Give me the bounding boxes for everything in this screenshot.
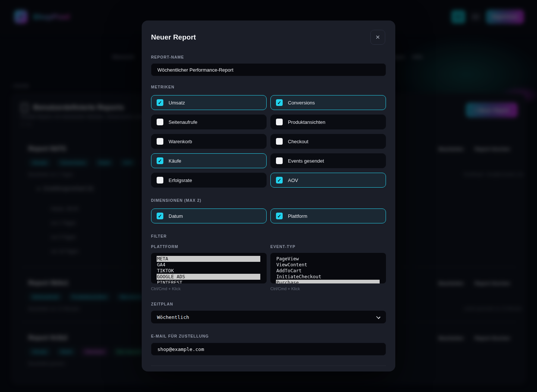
event-type-filter-label: EVENT-TYP bbox=[270, 244, 295, 249]
footer-divider bbox=[151, 366, 386, 366]
new-report-modal: Neuer Report ✕ REPORT-NAME METRIKEN ✓ Um… bbox=[142, 21, 395, 371]
schedule-select[interactable]: Wöchentlich bbox=[151, 311, 386, 323]
modal-title: Neuer Report bbox=[151, 33, 196, 41]
metric-checkbox-events-gesendet[interactable]: Events gesendet bbox=[270, 153, 386, 168]
checkbox-checked-icon: ✓ bbox=[157, 213, 163, 219]
event-type-multiselect[interactable]: PageView ViewContent AddToCart InitiateC… bbox=[270, 253, 386, 283]
chevron-down-icon bbox=[376, 315, 380, 319]
email-label: E-MAIL FÜR ZUSTELLUNG bbox=[151, 334, 209, 338]
dimensions-label: DIMENSIONEN (MAX 2) bbox=[151, 198, 201, 203]
metric-checkbox-warenkorb[interactable]: Warenkorb bbox=[151, 134, 267, 149]
report-name-label: REPORT-NAME bbox=[151, 55, 184, 59]
report-name-input[interactable] bbox=[151, 63, 386, 76]
platform-option-meta[interactable]: META bbox=[157, 256, 260, 262]
metric-checkbox-seitenaufrufe[interactable]: Seitenaufrufe bbox=[151, 115, 267, 129]
event-option-addtocart[interactable]: AddToCart bbox=[276, 268, 380, 274]
event-option-purchase[interactable]: Purchase bbox=[276, 280, 380, 283]
metric-checkbox-umsatz[interactable]: ✓ Umsatz bbox=[151, 95, 267, 110]
metrics-label: METRIKEN bbox=[151, 85, 175, 89]
checkbox-checked-icon: ✓ bbox=[276, 99, 283, 106]
platform-multiselect[interactable]: META GA4 TIKTOK GOOGLE ADS PINTEREST bbox=[151, 253, 267, 283]
filter-label: FILTER bbox=[151, 234, 167, 238]
close-button[interactable]: ✕ bbox=[370, 30, 385, 45]
metric-checkbox-erfolgsrate[interactable]: Erfolgsrate bbox=[151, 173, 267, 188]
checkbox-unchecked-icon bbox=[276, 119, 283, 125]
checkbox-checked-icon: ✓ bbox=[276, 213, 283, 219]
dimension-checkbox-plattform[interactable]: ✓ Plattform bbox=[270, 208, 386, 223]
checkbox-unchecked-icon bbox=[276, 138, 283, 145]
metric-checkbox-produktansichten[interactable]: Produktansichten bbox=[270, 115, 386, 129]
metric-checkbox-conversions[interactable]: ✓ Conversions bbox=[270, 95, 386, 110]
platform-select-hint: Ctrl/Cmd + Klick bbox=[151, 286, 180, 291]
checkbox-unchecked-icon bbox=[157, 138, 163, 145]
platform-option-tiktok[interactable]: TIKTOK bbox=[157, 268, 260, 274]
event-option-initiatecheckout[interactable]: InitiateCheckout bbox=[276, 274, 380, 280]
checkbox-unchecked-icon bbox=[276, 157, 283, 164]
close-icon: ✕ bbox=[376, 34, 380, 41]
checkbox-unchecked-icon bbox=[157, 177, 163, 184]
platform-filter-label: PLATTFORM bbox=[151, 244, 178, 249]
platform-option-google-ads[interactable]: GOOGLE ADS bbox=[157, 274, 260, 280]
schedule-label: ZEITPLAN bbox=[151, 302, 173, 306]
event-type-select-hint: Ctrl/Cmd + Klick bbox=[270, 286, 300, 291]
event-option-viewcontent[interactable]: ViewContent bbox=[276, 262, 380, 268]
event-option-pageview[interactable]: PageView bbox=[276, 256, 380, 262]
dimension-checkbox-datum[interactable]: ✓ Datum bbox=[151, 208, 267, 223]
metric-checkbox-kaeufe[interactable]: ✓ Käufe bbox=[151, 153, 267, 168]
checkbox-checked-icon: ✓ bbox=[157, 99, 163, 106]
email-input[interactable] bbox=[151, 343, 386, 355]
checkbox-checked-icon: ✓ bbox=[157, 157, 163, 164]
checkbox-checked-icon: ✓ bbox=[276, 177, 283, 184]
metrics-grid: ✓ Umsatz ✓ Conversions Seitenaufrufe Pro… bbox=[151, 95, 386, 188]
metric-checkbox-checkout[interactable]: Checkout bbox=[270, 134, 386, 149]
platform-option-pinterest[interactable]: PINTEREST bbox=[157, 280, 260, 283]
dimensions-grid: ✓ Datum ✓ Plattform bbox=[151, 208, 386, 223]
metric-checkbox-aov[interactable]: ✓ AOV bbox=[270, 173, 386, 188]
checkbox-unchecked-icon bbox=[157, 119, 163, 125]
platform-option-ga4[interactable]: GA4 bbox=[157, 262, 260, 268]
